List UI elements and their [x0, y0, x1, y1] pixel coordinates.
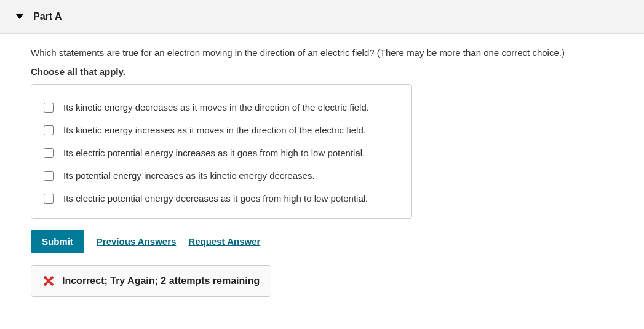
option-row: Its kinetic energy decreases as it moves… [44, 96, 399, 119]
option-checkbox-2[interactable] [44, 125, 54, 135]
part-title: Part A [33, 11, 62, 22]
option-row: Its potential energy increases as its ki… [44, 164, 399, 187]
collapse-caret-icon[interactable] [16, 14, 23, 19]
previous-answers-link[interactable]: Previous Answers [97, 236, 177, 247]
option-label: Its kinetic energy decreases as it moves… [63, 102, 369, 113]
option-checkbox-5[interactable] [44, 194, 54, 204]
option-row: Its electric potential energy decreases … [44, 187, 399, 210]
option-checkbox-1[interactable] [44, 103, 54, 113]
option-label: Its kinetic energy increases as it moves… [63, 125, 366, 135]
option-checkbox-3[interactable] [44, 148, 54, 158]
option-label: Its potential energy increases as its ki… [63, 170, 315, 181]
actions-bar: Submit Previous Answers Request Answer [31, 230, 613, 253]
submit-button[interactable]: Submit [31, 230, 84, 253]
option-label: Its electric potential energy increases … [63, 148, 365, 158]
request-answer-link[interactable]: Request Answer [188, 236, 260, 247]
instruction-text: Choose all that apply. [31, 66, 613, 77]
question-text: Which statements are true for an electro… [31, 47, 613, 58]
option-checkbox-4[interactable] [44, 171, 54, 181]
incorrect-icon [42, 275, 54, 287]
option-label: Its electric potential energy decreases … [63, 193, 368, 204]
feedback-text: Incorrect; Try Again; 2 attempts remaini… [62, 275, 260, 287]
part-header: Part A [0, 0, 644, 34]
feedback-box: Incorrect; Try Again; 2 attempts remaini… [31, 265, 271, 297]
content-area: Which statements are true for an electro… [0, 34, 644, 315]
options-box: Its kinetic energy decreases as it moves… [31, 84, 412, 219]
option-row: Its electric potential energy increases … [44, 141, 399, 164]
option-row: Its kinetic energy increases as it moves… [44, 119, 399, 141]
